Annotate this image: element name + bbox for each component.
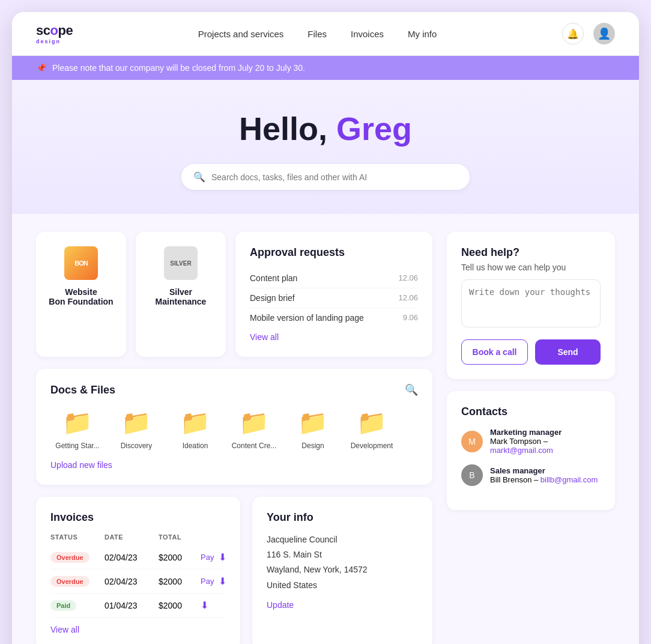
folder-development[interactable]: 📁 Development bbox=[345, 409, 399, 450]
search-bar[interactable]: 🔍 bbox=[181, 164, 470, 190]
info-country: United States bbox=[267, 578, 418, 593]
docs-title: Docs & Files bbox=[50, 384, 115, 396]
inv-col-date: DATE bbox=[104, 533, 159, 541]
logo[interactable]: scope design bbox=[36, 23, 73, 44]
user-avatar[interactable]: 👤 bbox=[593, 23, 615, 44]
banner-text: Please note that our company will be clo… bbox=[52, 63, 305, 73]
inv-total-1: $2000 bbox=[159, 577, 201, 586]
docs-header: Docs & Files 🔍 bbox=[50, 383, 418, 396]
approval-item-2: Mobile version of landing page 9.06 bbox=[250, 308, 418, 327]
approval-label-0: Content plan bbox=[250, 273, 297, 283]
pay-link-0[interactable]: Pay bbox=[201, 553, 214, 562]
upload-new-files-link[interactable]: Upload new files bbox=[50, 460, 112, 470]
approval-date-1: 12.06 bbox=[398, 293, 418, 303]
contact-name-0: Mark Tompson bbox=[490, 437, 541, 446]
announcement-banner: 📌 Please note that our company will be c… bbox=[12, 56, 639, 80]
folder-icon-2: 📁 bbox=[180, 409, 210, 437]
download-icon-2[interactable]: ⬇ bbox=[201, 600, 208, 611]
approval-item-0: Content plan 12.06 bbox=[250, 269, 418, 288]
invoice-row-0: Overdue 02/04/23 $2000 Pay ⬇ bbox=[50, 545, 226, 570]
folder-name-2: Ideation bbox=[183, 442, 208, 450]
contact-info-1: Sales manager Bill Brenson – billb@gmail… bbox=[490, 466, 598, 484]
nav-invoices[interactable]: Invoices bbox=[351, 29, 384, 39]
info-address1: 116 S. Main St bbox=[267, 547, 418, 562]
contacts-card: Contacts M Marketing manager Mark Tompso… bbox=[447, 391, 615, 510]
nav-files[interactable]: Files bbox=[307, 29, 327, 39]
contact-email-0[interactable]: markt@gmail.com bbox=[490, 446, 553, 455]
help-textarea[interactable] bbox=[461, 279, 601, 327]
invoice-row-1: Overdue 02/04/23 $2000 Pay ⬇ bbox=[50, 570, 226, 594]
nav-right: 🔔 👤 bbox=[562, 23, 615, 44]
silver-logo: SILVER bbox=[164, 246, 198, 280]
inv-actions-1: Pay ⬇ bbox=[201, 576, 226, 587]
invoices-view-all[interactable]: View all bbox=[50, 625, 79, 634]
docs-search-icon[interactable]: 🔍 bbox=[405, 383, 418, 396]
folder-discovery[interactable]: 📁 Discovery bbox=[109, 409, 163, 450]
contact-details-1: Bill Brenson – billb@gmail.com bbox=[490, 475, 598, 484]
inv-date-1: 02/04/23 bbox=[104, 577, 159, 586]
folder-icon-1: 📁 bbox=[121, 409, 151, 437]
contact-email-1[interactable]: billb@gmail.com bbox=[540, 475, 598, 484]
folder-name-5: Development bbox=[351, 442, 393, 450]
approval-card: Approval requests Content plan 12.06 Des… bbox=[235, 232, 432, 357]
send-button[interactable]: Send bbox=[535, 339, 601, 365]
search-input[interactable] bbox=[211, 172, 458, 182]
your-info-card: Your info Jacqueline Council 116 S. Main… bbox=[252, 497, 432, 644]
inv-date-2: 01/04/23 bbox=[104, 601, 159, 610]
invoices-table-header: STATUS DATE TOTAL bbox=[50, 533, 226, 541]
folder-icon-5: 📁 bbox=[357, 409, 387, 437]
pay-link-1[interactable]: Pay bbox=[201, 577, 214, 586]
inv-col-total: TOTAL bbox=[159, 533, 201, 541]
download-icon-0[interactable]: ⬇ bbox=[219, 551, 226, 563]
folder-icon-4: 📁 bbox=[298, 409, 328, 437]
download-icon-1[interactable]: ⬇ bbox=[219, 576, 226, 587]
app-shell: scope design Projects and services Files… bbox=[12, 12, 639, 644]
folder-ideation[interactable]: 📁 Ideation bbox=[168, 409, 222, 450]
contact-avatar-0: M bbox=[461, 431, 483, 452]
approval-label-1: Design brief bbox=[250, 293, 295, 303]
bottom-row: Invoices STATUS DATE TOTAL Overdue 02/04… bbox=[36, 497, 432, 644]
folder-content-creation[interactable]: 📁 Content Cre... bbox=[227, 409, 281, 450]
inv-status-1: Overdue bbox=[50, 576, 104, 587]
bon-logo: BON bbox=[64, 246, 98, 280]
approval-item-1: Design brief 12.06 bbox=[250, 288, 418, 308]
contact-role-1: Sales manager bbox=[490, 466, 598, 475]
invoices-title: Invoices bbox=[50, 511, 226, 524]
search-icon: 🔍 bbox=[193, 171, 205, 183]
inv-col-action bbox=[201, 533, 226, 541]
hero-title: Hello, Greg bbox=[36, 110, 615, 147]
help-title: Need help? bbox=[461, 246, 601, 259]
inv-total-0: $2000 bbox=[159, 553, 201, 562]
approval-date-0: 12.06 bbox=[398, 273, 418, 283]
inv-actions-2: ⬇ bbox=[201, 600, 226, 611]
info-name: Jacqueline Council bbox=[267, 532, 418, 547]
help-card: Need help? Tell us how we can help you B… bbox=[447, 232, 615, 379]
folder-name-0: Getting Star... bbox=[55, 442, 99, 450]
folder-name-1: Discovery bbox=[121, 442, 153, 450]
invoices-table: STATUS DATE TOTAL Overdue 02/04/23 $2000… bbox=[50, 533, 226, 618]
contact-item-1: B Sales manager Bill Brenson – billb@gma… bbox=[461, 464, 601, 486]
folder-design[interactable]: 📁 Design bbox=[286, 409, 340, 450]
approval-label-2: Mobile version of landing page bbox=[250, 313, 364, 323]
contact-info-0: Marketing manager Mark Tompson – markt@g… bbox=[490, 428, 601, 455]
inv-status-2: Paid bbox=[50, 600, 104, 611]
update-info-link[interactable]: Update bbox=[267, 600, 294, 610]
docs-files-card: Docs & Files 🔍 📁 Getting Star... 📁 Disco… bbox=[36, 369, 432, 485]
nav-my-info[interactable]: My info bbox=[408, 29, 437, 39]
approval-view-all[interactable]: View all bbox=[250, 332, 279, 342]
banner-icon: 📌 bbox=[36, 63, 46, 73]
main-content: BON WebsiteBon Foundation SILVER SilverM… bbox=[12, 214, 639, 644]
book-call-button[interactable]: Book a call bbox=[461, 339, 528, 365]
project-card-silver[interactable]: SILVER SilverMaintenance bbox=[136, 232, 226, 357]
left-column: BON WebsiteBon Foundation SILVER SilverM… bbox=[36, 232, 432, 644]
folder-name-3: Content Cre... bbox=[232, 442, 277, 450]
folder-getting-started[interactable]: 📁 Getting Star... bbox=[50, 409, 104, 450]
info-address2: Wayland, New York, 14572 bbox=[267, 562, 418, 577]
folders-row: 📁 Getting Star... 📁 Discovery 📁 Ideation… bbox=[50, 409, 418, 450]
notifications-bell[interactable]: 🔔 bbox=[562, 23, 584, 44]
top-cards-row: BON WebsiteBon Foundation SILVER SilverM… bbox=[36, 232, 432, 357]
project-card-bon[interactable]: BON WebsiteBon Foundation bbox=[36, 232, 126, 357]
invoice-row-2: Paid 01/04/23 $2000 ⬇ bbox=[50, 594, 226, 618]
nav-projects-and-services[interactable]: Projects and services bbox=[198, 29, 284, 39]
nav-links: Projects and services Files Invoices My … bbox=[198, 29, 437, 39]
